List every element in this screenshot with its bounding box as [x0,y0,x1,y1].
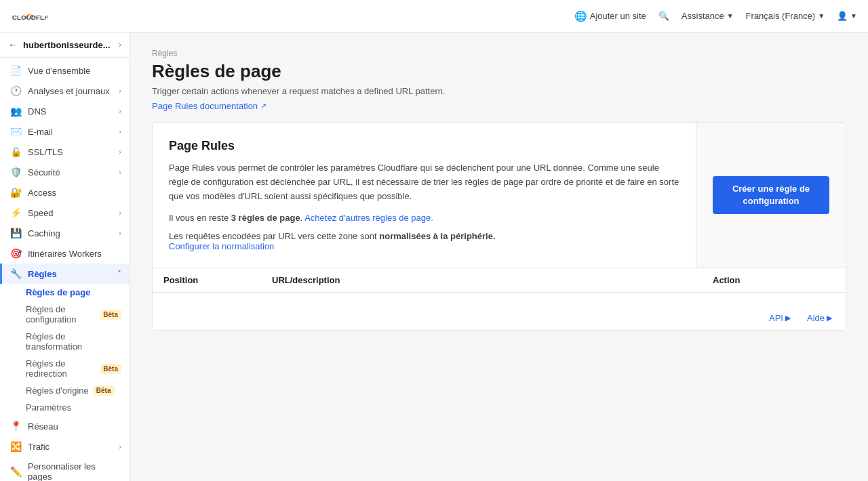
chevron-icon: › [119,87,121,95]
search-button[interactable]: 🔍 [658,11,669,21]
user-icon: 👤 [837,11,848,21]
dns-icon: 👥 [10,106,21,117]
sidebar-item-reseau[interactable]: 📍 Réseau [0,416,130,436]
card-body: Page Rules vous permet de contrôler les … [169,161,679,203]
topnav-actions: 🌐 Ajouter un site 🔍 Assistance ▼ Françai… [574,10,857,22]
workers-icon: 🎯 [10,248,21,259]
sidebar-label: Access [28,188,121,198]
search-icon: 🔍 [658,11,669,21]
sidebar-item-regles-de-redirect[interactable]: Règles de redirection Bêta [26,355,130,382]
beta-badge: Bêta [100,364,121,374]
back-arrow-icon: ← [8,39,18,50]
help-arrow-icon: ▶ [827,314,832,322]
beta-badge: Bêta [93,385,115,396]
doc-link-label: Page Rules documentation [152,101,258,111]
sidebar-item-analyses[interactable]: 🕐 Analyses et journaux › [0,81,130,101]
speed-icon: ⚡ [10,207,21,218]
help-link[interactable]: Aide ▶ [807,313,832,323]
overview-icon: 📄 [10,65,21,76]
sidebar-label: Réseau [28,421,121,432]
sidebar-item-dns[interactable]: 👥 DNS › [0,101,130,121]
api-arrow-icon: ▶ [785,314,791,322]
configure-link[interactable]: Configurer la normalisation [169,241,274,251]
main-content: Règles Règles de page Trigger certain ac… [130,33,868,481]
table-footer: API ▶ Aide ▶ [153,306,846,330]
card-normalize: Les requêtes encodées par URL vers cette… [169,231,679,251]
card-row: Page Rules Page Rules vous permet de con… [153,123,846,268]
sidebar-nav: 📄 Vue d'ensemble 🕐 Analyses et journaux … [0,58,130,481]
chevron-icon: › [119,442,121,451]
sidebar-item-securite[interactable]: 🛡️ Sécurité › [0,162,130,182]
buy-link[interactable]: Achetez d'autres règles de page. [304,213,433,223]
sub-item-label: Règles de configuration [26,304,96,325]
rules-icon: 🔧 [10,268,21,279]
sidebar-item-personnaliser[interactable]: ✏️ Personnaliser les pages [0,457,130,481]
chevron-icon: › [119,168,121,176]
topnav: CLOUDFLARE 🌐 Ajouter un site 🔍 Assistanc… [0,0,868,33]
svg-text:CLOUDFLARE: CLOUDFLARE [12,14,47,21]
sidebar-item-regles-de-config[interactable]: Règles de configuration Bêta [26,301,130,328]
language-label: Français (France) [746,11,816,21]
sidebar-label: Itinéraires Workers [28,249,121,259]
language-menu[interactable]: Français (France) ▼ [746,11,825,21]
sidebar: ← hubertbonisseurde... › 📄 Vue d'ensembl… [0,33,130,481]
assistance-chevron-icon: ▼ [727,12,734,20]
table-area: Position URL/description Action API ▶ Ai… [153,268,846,330]
create-rule-button[interactable]: Créer une règle de configuration [713,176,829,214]
user-menu[interactable]: 👤 ▼ [837,11,857,21]
add-site-label: Ajouter un site [590,11,646,21]
language-chevron-icon: ▼ [818,12,825,20]
sidebar-item-caching[interactable]: 💾 Caching › [0,223,130,243]
ssl-icon: 🔒 [10,146,21,157]
sidebar-item-parametres[interactable]: Paramètres [26,399,130,416]
sub-item-label: Règles de transformation [26,331,121,352]
sidebar-item-email[interactable]: ✉️ E-mail › [0,121,130,142]
sidebar-item-speed[interactable]: ⚡ Speed › [0,203,130,223]
globe-icon: 🌐 [574,10,587,22]
sidebar-item-itineraires[interactable]: 🎯 Itinéraires Workers [0,243,130,264]
traffic-icon: 🔀 [10,441,21,452]
external-link-icon: ↗ [260,102,267,110]
sub-item-label: Règles de redirection [26,358,96,379]
sidebar-account[interactable]: ← hubertbonisseurde... › [0,33,130,58]
assistance-menu[interactable]: Assistance ▼ [682,11,734,21]
cloudflare-logo[interactable]: CLOUDFLARE [11,7,47,26]
sidebar-item-access[interactable]: 🔐 Access [0,182,130,203]
card-main: Page Rules Page Rules vous permet de con… [153,123,696,268]
sidebar-label: Analyses et journaux [28,86,112,96]
sub-item-label: Règles d'origine [26,385,89,396]
chevron-up-icon: ˄ [117,270,121,278]
sidebar-item-regles-de-transfo[interactable]: Règles de transformation [26,328,130,355]
sidebar-item-regles-d-origine[interactable]: Règles d'origine Bêta [26,382,130,399]
sidebar-item-vue-ensemble[interactable]: 📄 Vue d'ensemble [0,60,130,81]
card-remaining: Il vous en reste 3 règles de page. Achet… [169,213,679,223]
api-link[interactable]: API ▶ [769,313,791,323]
sidebar-label: E-mail [28,127,112,137]
user-chevron-icon: ▼ [850,12,857,20]
page-title: Règles de page [152,61,846,82]
sidebar-label: Caching [28,228,112,238]
table-header-row: Position URL/description Action [153,268,846,293]
sub-item-label: Paramètres [26,402,71,413]
sidebar-label: Personnaliser les pages [28,461,121,481]
beta-badge: Bêta [100,310,121,320]
chevron-icon: › [119,107,121,115]
sidebar-item-ssl[interactable]: 🔒 SSL/TLS › [0,142,130,162]
doc-link[interactable]: Page Rules documentation ↗ [152,101,267,111]
caching-icon: 💾 [10,228,21,238]
sidebar-label: Vue d'ensemble [28,66,121,76]
sidebar-item-regles-de-page[interactable]: Règles de page [26,284,130,301]
add-site-button[interactable]: 🌐 Ajouter un site [574,10,646,22]
api-label: API [769,313,783,323]
rules-submenu: Règles de page Règles de configuration B… [0,284,130,416]
customize-icon: ✏️ [10,466,21,477]
sidebar-item-trafic[interactable]: 🔀 Trafic › [0,436,130,457]
sidebar-item-regles[interactable]: 🔧 Règles ˄ [0,264,130,284]
chevron-icon: › [119,209,121,217]
sidebar-label: DNS [28,106,112,117]
sidebar-label: SSL/TLS [28,147,112,157]
analytics-icon: 🕐 [10,85,21,96]
col-url-header: URL/description [272,275,713,285]
page-description: Trigger certain actions whenever a reque… [152,86,846,96]
sidebar-label: Sécurité [28,167,112,177]
